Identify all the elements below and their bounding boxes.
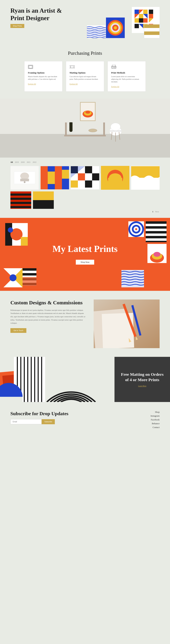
custom-title: Custom Designs & Commissions (10, 300, 87, 306)
footer-link-contact[interactable]: Contact (151, 426, 160, 429)
shop-prints-button[interactable]: Shop Prints (10, 24, 24, 28)
matting-card: Matting Options Cras ultricies ligula se… (66, 61, 104, 92)
page-next[interactable]: Next (155, 210, 159, 213)
mat-icon (70, 65, 75, 69)
subscribe-title: Subscribe for Drop Updates (10, 411, 68, 416)
svg-marker-11 (149, 18, 153, 22)
scatter-print-7 (128, 221, 144, 237)
footer: Subscribe for Drop Updates Subscribe Sho… (0, 402, 170, 438)
filter-2021[interactable]: 2021 (27, 161, 30, 163)
footer-link-facebook[interactable]: Facebook (151, 418, 160, 421)
room-table-top (64, 135, 106, 136)
svg-rect-93 (22, 273, 36, 276)
room-wall-art (80, 102, 96, 121)
svg-point-73 (109, 174, 121, 182)
svg-rect-101 (146, 236, 167, 238)
svg-rect-54 (48, 172, 55, 184)
room-chair (109, 122, 123, 143)
svg-rect-31 (70, 66, 74, 68)
svg-rect-7 (149, 14, 153, 18)
print-methods-title: Print Methods (111, 72, 142, 74)
page-current[interactable]: 1 (152, 210, 153, 213)
hero-artwork (87, 7, 160, 38)
custom-image (94, 300, 160, 348)
svg-rect-77 (10, 192, 31, 194)
svg-point-50 (24, 181, 25, 183)
footer-link-behance[interactable]: Behance (151, 422, 160, 425)
scatter-print-2 (3, 268, 22, 287)
gallery-filters: All 2019 2020 2021 2022 (10, 161, 160, 163)
svg-rect-3 (149, 10, 153, 14)
framing-title: Framing Options (28, 72, 59, 74)
svg-rect-52 (41, 166, 48, 189)
svg-rect-53 (55, 166, 62, 189)
hero-print-striped (144, 24, 160, 38)
gallery-item-6[interactable] (10, 192, 31, 209)
svg-rect-102 (146, 241, 167, 242)
framing-link[interactable]: Explore All (28, 83, 36, 85)
scatter-print-6 (121, 270, 144, 287)
latest-prints-section: My Latest Prints Shop Now (0, 218, 170, 291)
svg-rect-81 (10, 208, 31, 209)
shop-now-button[interactable]: Shop Now (76, 260, 94, 264)
matting-title: Matting Options (70, 72, 100, 74)
framing-card: Framing Options Mauris blandit aliquam e… (24, 61, 62, 92)
print-icon (111, 65, 116, 69)
learn-more-link[interactable]: Learn More (138, 385, 146, 387)
svg-rect-80 (10, 204, 31, 206)
print-methods-desc: Lorem ipsum dolor sit consectetur adipis… (111, 75, 142, 83)
svg-point-35 (115, 67, 116, 68)
svg-rect-2 (143, 10, 148, 14)
footer-links: Shop Instagram Facebook Behance Contact (151, 411, 160, 429)
promo-section: Free Matting on Orders of 4 or More Prin… (0, 357, 170, 402)
svg-rect-59 (85, 166, 92, 174)
filter-2019[interactable]: 2019 (15, 161, 19, 163)
gallery-item-7[interactable] (33, 192, 54, 209)
svg-rect-96 (22, 277, 36, 286)
scatter-print-3 (22, 268, 36, 286)
filter-2020[interactable]: 2020 (21, 161, 25, 163)
hero-print-target (106, 17, 125, 38)
custom-section: Custom Designs & Commissions Pellentesqu… (0, 291, 170, 357)
hero-text: Ryan is an Artist & Print Designer Shop … (10, 7, 62, 28)
latest-prints-content: My Latest Prints Shop Now (10, 244, 160, 264)
room-bowl (88, 129, 97, 132)
room-table-leg-left (65, 122, 67, 136)
svg-rect-12 (135, 24, 139, 28)
gallery-item-4[interactable] (101, 166, 129, 190)
svg-rect-8 (135, 18, 139, 22)
room-photo-section (0, 98, 170, 158)
filter-all[interactable]: All (10, 161, 13, 163)
matting-link[interactable]: Explore All (70, 83, 78, 85)
gallery-item-1[interactable] (10, 166, 39, 190)
room-floor (0, 134, 170, 158)
promo-text-box: Free Matting on Orders of 4 or More Prin… (115, 357, 170, 402)
gallery-item-3[interactable] (71, 166, 99, 190)
svg-marker-6 (143, 14, 148, 18)
room-scene (0, 98, 170, 158)
footer-link-instagram[interactable]: Instagram (151, 414, 160, 417)
svg-rect-30 (29, 66, 32, 68)
svg-rect-64 (92, 174, 99, 180)
gallery-item-2[interactable] (41, 166, 69, 190)
filter-2022[interactable]: 2022 (33, 161, 36, 163)
svg-rect-63 (85, 174, 92, 180)
subscribe-button[interactable]: Subscribe (42, 419, 55, 424)
svg-marker-4 (135, 14, 139, 18)
svg-rect-83 (33, 200, 54, 209)
svg-rect-62 (78, 174, 85, 180)
options-grid: Framing Options Mauris blandit aliquam e… (10, 61, 160, 92)
svg-point-21 (114, 26, 117, 29)
email-input[interactable] (10, 419, 42, 424)
pencil-visual (94, 300, 160, 348)
gallery-item-5[interactable] (131, 166, 160, 190)
svg-rect-10 (143, 18, 148, 22)
print-methods-link[interactable]: Explore All (111, 86, 119, 88)
gallery-section: All 2019 2020 2021 2022 (0, 158, 170, 218)
hero-print-wavy (87, 25, 108, 38)
svg-rect-28 (144, 35, 160, 38)
get-in-touch-button[interactable]: Get in Touch (10, 328, 26, 333)
latest-prints-title: My Latest Prints (10, 244, 160, 254)
svg-rect-32 (112, 65, 115, 67)
footer-link-shop[interactable]: Shop (151, 411, 160, 414)
